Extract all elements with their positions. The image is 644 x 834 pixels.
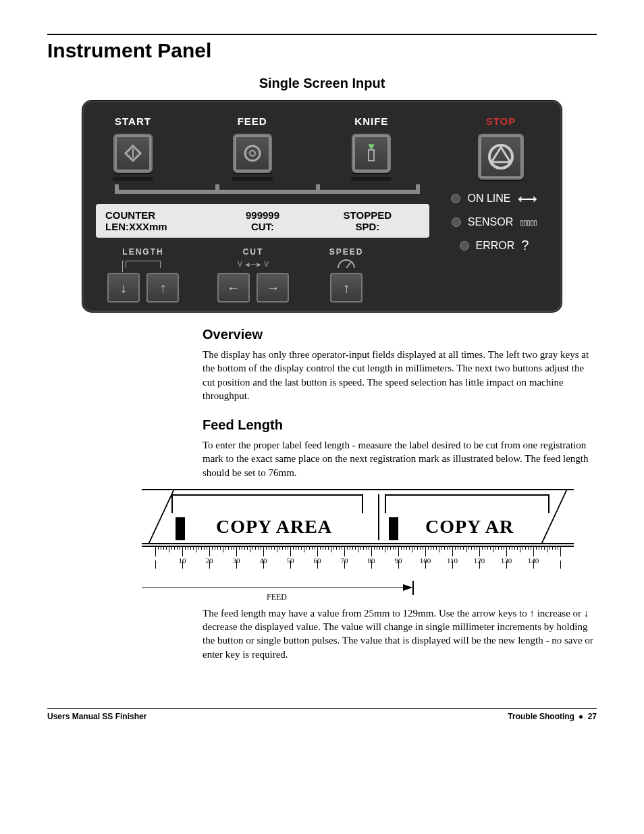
- start-button[interactable]: [113, 134, 153, 173]
- cut-diagram-icon: V ◄─► V: [196, 258, 311, 270]
- lcd-counter-value: 999999: [210, 209, 315, 221]
- registration-mark-icon: [389, 517, 398, 540]
- feed-direction-arrow-icon: [142, 588, 412, 588]
- ruler-tick-label: 100: [420, 556, 431, 565]
- length-adjust-label: LENGTH: [96, 247, 190, 257]
- feed-length-outro: The feed length may have a value from 25…: [203, 606, 597, 661]
- arrow-left-icon: ←: [227, 280, 240, 296]
- lcd-display: COUNTER LEN:XXXmm 999999 CUT: STOPPED SP…: [96, 204, 429, 238]
- svg-rect-4: [369, 150, 374, 161]
- cut-adjust-label: CUT: [196, 247, 311, 257]
- ruler-tick-label: 10: [179, 556, 186, 565]
- stop-button[interactable]: [478, 134, 524, 180]
- ruler-tick-label: 20: [206, 556, 213, 565]
- registration-mark-icon: [176, 517, 185, 540]
- online-status-label: ON LINE: [467, 192, 510, 205]
- cut-right-button[interactable]: →: [257, 273, 289, 303]
- svg-marker-6: [491, 147, 510, 162]
- ruler-tick-label: 80: [368, 556, 375, 565]
- decrease-arrow-icon: ↓: [584, 607, 589, 619]
- button-link-bar: [115, 190, 420, 194]
- ruler-tick-label: 120: [474, 556, 485, 565]
- footer-manual-title: Users Manual SS Finisher: [47, 712, 146, 721]
- feed-button[interactable]: [233, 134, 272, 173]
- ruler-tick-label: 40: [260, 556, 267, 565]
- overview-text: The display has only three operator-inpu…: [203, 348, 597, 402]
- increase-arrow-icon: ↑: [529, 607, 535, 619]
- speed-adjust-label: SPEED: [316, 247, 377, 257]
- copy-area-label-2: COPY AR: [425, 516, 514, 538]
- knife-button[interactable]: [352, 134, 391, 173]
- ruler-scale: 102030405060708090100110120130140: [142, 546, 574, 573]
- lcd-spd-label: SPD:: [315, 221, 420, 232]
- svg-point-2: [245, 146, 260, 161]
- footer-page-number: 27: [588, 712, 597, 721]
- ruler-tick-label: 50: [287, 556, 294, 565]
- length-down-button[interactable]: ↓: [107, 273, 140, 303]
- ruler-tick-label: 90: [395, 556, 402, 565]
- length-ruler-icon: [126, 261, 161, 268]
- feed-icon: [241, 142, 264, 165]
- copy-area-label-1: COPY AREA: [216, 516, 332, 538]
- arrow-up-icon: ↑: [343, 280, 350, 296]
- ruler-tick-label: 70: [341, 556, 348, 565]
- sensor-led-icon: [452, 217, 461, 227]
- stop-label: STOP: [454, 115, 548, 127]
- feed-length-intro: To enter the proper label feed length - …: [203, 438, 597, 479]
- ruler-tick-label: 30: [233, 556, 240, 565]
- error-question-icon: ?: [521, 238, 529, 253]
- feed-length-diagram: COPY AREA COPY AR 1020304050607080901001…: [142, 489, 574, 573]
- lcd-len-label: LEN:XXXmm: [105, 221, 210, 232]
- error-status-label: ERROR: [476, 240, 515, 252]
- svg-line-7: [346, 262, 351, 268]
- online-led-icon: [451, 194, 460, 203]
- stop-icon: [486, 142, 516, 172]
- footer-section: Trouble Shooting: [508, 712, 574, 721]
- lcd-cut-label: CUT:: [210, 221, 315, 232]
- cut-left-button[interactable]: ←: [217, 273, 250, 303]
- ruler-tick-label: 60: [314, 556, 321, 565]
- instrument-panel-graphic: START FEED KNIFE: [82, 101, 562, 312]
- knife-icon: [360, 142, 383, 165]
- sensor-status-label: SENSOR: [468, 216, 514, 228]
- start-icon: [122, 142, 144, 165]
- ruler-tick-label: 130: [501, 556, 512, 565]
- lcd-status: STOPPED: [315, 209, 420, 221]
- online-link-icon: ⟷: [518, 190, 537, 207]
- arrow-up-icon: ↑: [159, 280, 166, 296]
- arrow-right-icon: →: [266, 280, 279, 296]
- page-title: Instrument Panel: [47, 39, 597, 62]
- svg-point-3: [250, 151, 255, 156]
- feed-arrow-label: FEED: [142, 592, 412, 602]
- ruler-tick-label: 140: [528, 556, 539, 565]
- ruler-tick-label: 110: [447, 556, 458, 565]
- feed-length-heading: Feed Length: [203, 417, 597, 433]
- length-up-button[interactable]: ↑: [146, 273, 179, 303]
- overview-heading: Overview: [203, 327, 597, 342]
- knife-label: KNIFE: [334, 115, 408, 127]
- arrow-down-icon: ↓: [120, 280, 127, 296]
- speed-gauge-icon: [336, 258, 356, 270]
- speed-up-button[interactable]: ↑: [330, 273, 363, 303]
- lcd-counter-label: COUNTER: [105, 209, 210, 221]
- error-led-icon: [460, 241, 469, 251]
- feed-label: FEED: [215, 115, 290, 127]
- start-label: START: [96, 115, 170, 127]
- subheading-single-screen-input: Single Screen Input: [47, 76, 597, 91]
- sensor-strip-icon: ▯▯▯▯▯: [520, 219, 537, 226]
- bullet-icon: [579, 715, 583, 719]
